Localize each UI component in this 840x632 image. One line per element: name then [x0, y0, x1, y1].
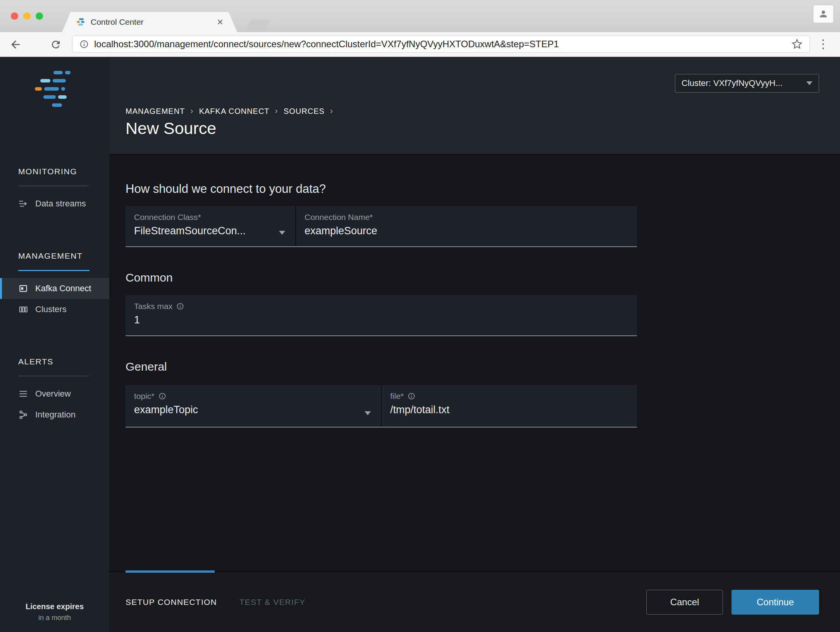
- sidebar: MONITORING Data streams MANAGEMENT Kafka…: [0, 57, 109, 632]
- common-heading: Common: [126, 271, 840, 284]
- minimize-window-button[interactable]: [23, 12, 31, 20]
- connection-name-label: Connection Name*: [305, 213, 628, 222]
- sidebar-item-overview[interactable]: Overview: [0, 383, 109, 404]
- breadcrumb: MANAGEMENT › KAFKA CONNECT › SOURCES ›: [126, 106, 333, 116]
- window-controls: [11, 12, 43, 20]
- close-tab-icon[interactable]: ×: [217, 17, 223, 27]
- browser-chrome: Control Center × localhost:3000/man: [0, 0, 840, 57]
- tasks-max-input[interactable]: Tasks max 1: [126, 295, 637, 335]
- general-panel: topic* exampleTopic file*: [126, 385, 637, 428]
- file-input[interactable]: file* /tmp/totail.txt: [382, 385, 637, 427]
- section-management: MANAGEMENT: [18, 251, 109, 261]
- tab-setup-connection[interactable]: SETUP CONNECTION: [126, 598, 217, 607]
- browser-tab[interactable]: Control Center ×: [62, 12, 237, 32]
- bookmark-star-icon[interactable]: [792, 39, 802, 50]
- topic-value: exampleTopic: [134, 404, 372, 416]
- site-info-icon[interactable]: [79, 40, 89, 49]
- sidebar-item-data-streams[interactable]: Data streams: [0, 193, 109, 214]
- confluent-logo: [35, 71, 78, 114]
- license-line1: License expires: [0, 602, 109, 611]
- reload-button[interactable]: [49, 38, 63, 52]
- section-alerts: ALERTS: [18, 357, 109, 366]
- back-button[interactable]: [9, 38, 22, 52]
- profile-button[interactable]: [813, 5, 834, 23]
- browser-toolbar: localhost:3000/management/connect/source…: [0, 32, 840, 57]
- main-content: Cluster: VXf7yfNyQVyyH... MANAGEMENT › K…: [109, 57, 840, 632]
- breadcrumb-separator: ›: [190, 106, 193, 116]
- sidebar-item-integration[interactable]: Integration: [0, 404, 109, 425]
- info-icon[interactable]: [158, 392, 166, 400]
- footer-actions: Cancel Continue: [646, 590, 819, 615]
- divider: [18, 185, 90, 186]
- sidebar-item-label: Overview: [35, 389, 71, 399]
- common-panel: Tasks max 1: [126, 295, 637, 336]
- close-window-button[interactable]: [11, 12, 18, 20]
- license-line2: in a month: [0, 614, 109, 622]
- continue-button[interactable]: Continue: [732, 590, 819, 615]
- info-icon[interactable]: [176, 302, 184, 310]
- chevron-down-icon: [279, 231, 285, 235]
- cancel-button[interactable]: Cancel: [646, 590, 723, 615]
- control-center-app: MONITORING Data streams MANAGEMENT Kafka…: [0, 57, 840, 632]
- breadcrumb-kafka-connect[interactable]: KAFKA CONNECT: [199, 107, 270, 116]
- url-text: localhost:3000/management/connect/source…: [94, 39, 786, 50]
- breadcrumb-separator: ›: [275, 106, 278, 116]
- divider-accent: [18, 270, 90, 271]
- tasks-max-value: 1: [134, 314, 628, 326]
- connection-name-input[interactable]: Connection Name* exampleSource: [296, 206, 637, 246]
- sidebar-item-label: Integration: [35, 410, 76, 420]
- tab-strip: Control Center ×: [0, 0, 840, 32]
- cluster-dropdown-value: Cluster: VXf7yfNyQVyyH...: [682, 78, 783, 88]
- confluent-favicon-icon: [76, 17, 85, 27]
- breadcrumb-sources[interactable]: SOURCES: [284, 107, 325, 116]
- page-title: New Source: [126, 119, 216, 138]
- sidebar-item-kafka-connect[interactable]: Kafka Connect: [0, 278, 109, 299]
- overview-icon: [18, 389, 28, 399]
- connection-panel: Connection Class* FileStreamSourceCon...…: [126, 206, 637, 247]
- integration-icon: [18, 410, 28, 420]
- url-bar[interactable]: localhost:3000/management/connect/source…: [72, 36, 810, 53]
- browser-menu-icon[interactable]: ⋮: [817, 36, 829, 52]
- divider: [18, 376, 90, 376]
- general-heading: General: [126, 360, 840, 373]
- connection-class-value: FileStreamSourceCon...: [134, 225, 287, 237]
- form-body: How should we connect to your data? Conn…: [109, 155, 840, 632]
- clusters-icon: [18, 304, 28, 314]
- sidebar-item-label: Data streams: [35, 199, 86, 209]
- file-label: file*: [390, 392, 404, 401]
- zoom-window-button[interactable]: [36, 12, 43, 20]
- tab-test-verify[interactable]: TEST & VERIFY: [239, 598, 305, 607]
- data-streams-icon: [18, 199, 28, 209]
- sidebar-item-label: Clusters: [35, 304, 67, 314]
- file-value: /tmp/totail.txt: [390, 404, 628, 416]
- chevron-down-icon: [806, 81, 812, 85]
- new-tab-button[interactable]: [246, 19, 270, 32]
- topic-select[interactable]: topic* exampleTopic: [126, 385, 382, 427]
- tab-title: Control Center: [91, 17, 144, 27]
- wizard-steps: SETUP CONNECTION TEST & VERIFY: [126, 572, 305, 632]
- page-header: Cluster: VXf7yfNyQVyyH... MANAGEMENT › K…: [109, 57, 840, 155]
- breadcrumb-management[interactable]: MANAGEMENT: [126, 107, 185, 116]
- wizard-footer: SETUP CONNECTION TEST & VERIFY Cancel Co…: [109, 571, 840, 632]
- person-icon: [818, 9, 828, 19]
- chevron-down-icon: [365, 411, 371, 415]
- kafka-connect-icon: [18, 283, 28, 294]
- topic-label: topic*: [134, 392, 155, 401]
- screen: Control Center × localhost:3000/man: [0, 0, 840, 632]
- cluster-dropdown[interactable]: Cluster: VXf7yfNyQVyyH...: [675, 74, 819, 93]
- connection-class-select[interactable]: Connection Class* FileStreamSourceCon...: [126, 206, 296, 246]
- section-monitoring: MONITORING: [18, 167, 109, 176]
- sidebar-item-label: Kafka Connect: [35, 283, 91, 294]
- connection-class-label: Connection Class*: [134, 213, 287, 222]
- info-icon[interactable]: [408, 392, 415, 400]
- sidebar-item-clusters[interactable]: Clusters: [0, 299, 109, 320]
- license-note: License expires in a month: [0, 602, 109, 622]
- breadcrumb-separator: ›: [330, 106, 333, 116]
- tasks-max-label: Tasks max: [134, 302, 172, 311]
- connection-name-value: exampleSource: [305, 225, 628, 237]
- connect-question-heading: How should we connect to your data?: [126, 182, 840, 196]
